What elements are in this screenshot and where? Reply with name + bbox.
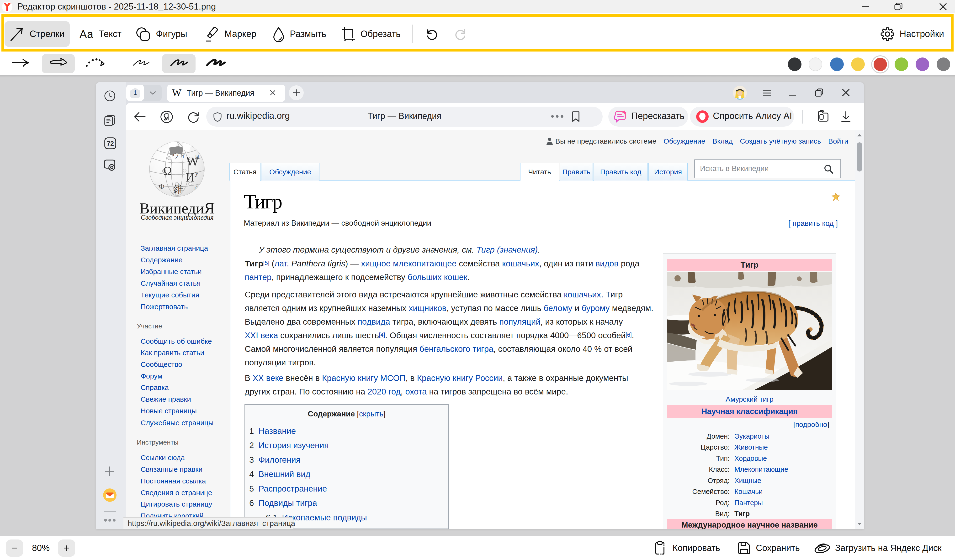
svg-text:ウィ: ウィ (172, 152, 186, 159)
svg-text:И́: И́ (195, 154, 199, 160)
svg-text:72: 72 (107, 140, 114, 147)
svg-text:у: у (195, 169, 199, 177)
svg-text:Ф: Ф (159, 182, 164, 190)
svg-text:И: И (186, 170, 194, 184)
svg-text:維: 維 (173, 184, 183, 195)
svg-text:Ω: Ω (163, 164, 172, 178)
svg-text:ら: ら (193, 184, 202, 193)
